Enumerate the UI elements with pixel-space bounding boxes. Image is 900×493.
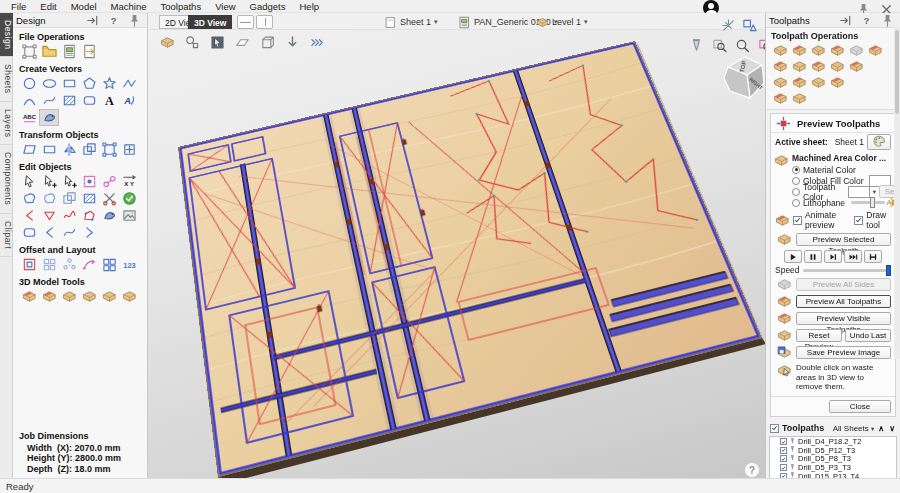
trim-vectors-icon[interactable] [39,190,59,207]
node-add-cursor-icon[interactable] [39,173,59,190]
set-dimensions-xy-icon[interactable]: X Y [119,173,139,190]
zoom-drag-icon[interactable] [733,37,752,54]
inlay-toolpath-icon[interactable] [866,43,885,58]
import-vectors-icon[interactable] [59,43,79,60]
laser-picture-toolpath-icon[interactable] [771,91,790,106]
bounding-cube-icon[interactable] [258,34,277,51]
save-preview-image-button[interactable]: Save Preview Image [796,346,891,359]
vector-paint-icon[interactable] [99,207,119,224]
text-on-curve-icon[interactable]: A [119,92,139,109]
side-tab-design[interactable]: Design [0,13,13,57]
fit-freehand-icon[interactable] [59,207,79,224]
panel-scrollbar[interactable] [894,27,900,359]
move-toolpath-down-button[interactable]: ∨ [888,424,896,433]
extrude-model-icon[interactable] [79,288,99,305]
job-setup-icon[interactable] [19,43,39,60]
edit-curves-icon[interactable] [59,224,79,241]
zoom-selected-icon[interactable] [756,37,765,54]
menu-view[interactable]: View [208,1,242,12]
drill-axis-icon[interactable] [283,34,302,51]
cut-vectors-icon[interactable] [99,190,119,207]
validate-vectors-icon[interactable] [119,190,139,207]
laser-cut-toolpath-icon[interactable] [828,75,847,90]
drawing-plane-icon[interactable] [233,34,252,51]
move-selection-icon[interactable] [19,141,39,158]
pocket-toolpath-icon[interactable] [790,43,809,58]
step-preview-button[interactable] [824,250,842,263]
moulding-toolpath-icon[interactable] [828,59,847,74]
side-tab-layers[interactable]: Layers [0,102,13,146]
fit-triangle-icon[interactable] [39,207,59,224]
preview-selected-toolpath-button[interactable]: Preview Selected Toolpath [796,233,891,246]
preview-all-toolpaths-button[interactable]: Preview All Toolpaths [796,295,891,308]
pause-preview-button[interactable] [804,250,822,263]
distort-selection-icon[interactable] [99,141,119,158]
dock-panel-icon[interactable] [835,12,855,29]
merge-toolpaths-icon[interactable] [790,91,809,106]
undo-last-button[interactable]: Undo Last [845,329,891,342]
help-icon[interactable]: ? [856,12,876,29]
node-move-cursor-icon[interactable] [59,173,79,190]
radio-material-color[interactable]: Material Color [792,164,900,175]
sheet-color-palette-button[interactable] [867,134,891,150]
prism-carve-toolpath-icon[interactable] [809,59,828,74]
edit-arcs-icon[interactable] [39,224,59,241]
toolpath-visibility-icon[interactable] [308,34,327,51]
menu-help[interactable]: Help [293,1,327,12]
boundary-vectors-icon[interactable] [79,92,99,109]
vcarve-toolpath-icon[interactable] [771,59,790,74]
menu-toolpaths[interactable]: Toolpaths [153,1,208,12]
draw-curve-icon[interactable] [39,92,59,109]
preview-all-sides-button[interactable]: Preview All Sides [796,278,891,291]
open-file-icon[interactable] [39,43,59,60]
sheet-selector[interactable]: Sheet 1▾ [384,15,438,29]
add-model-icon[interactable] [119,288,139,305]
set-size-icon[interactable] [39,141,59,158]
sweep-model-icon[interactable] [59,288,79,305]
draw-polyline-icon[interactable] [119,75,139,92]
create-text-icon[interactable]: A [99,92,119,109]
split-horizontal-button[interactable] [237,15,254,29]
toolpath-checkbox[interactable] [780,464,787,471]
toolpath-checkbox[interactable] [780,438,787,445]
side-tab-sheets[interactable]: Sheets [0,57,13,101]
slice-model-icon[interactable] [99,288,119,305]
speed-slider[interactable] [803,269,891,272]
select-cursor-icon[interactable] [19,173,39,190]
copy-along-vector-icon[interactable] [79,256,99,273]
create-component-icon[interactable] [39,288,59,305]
align-selection-icon[interactable] [119,141,139,158]
radio-toolpath-color[interactable]: Toolpath Color▾Set All [792,186,900,197]
measure-icon[interactable] [99,173,119,190]
menu-gadgets[interactable]: Gadgets [243,1,293,12]
edit-text-icon[interactable]: ABC [19,109,39,126]
draw-ellipse-icon[interactable] [39,75,59,92]
view-orientation-cube[interactable]: TOP RIGHT [718,53,765,105]
toolpaths-master-checkbox[interactable] [770,424,779,433]
rough-3d-toolpath-icon[interactable] [790,75,809,90]
drilling-toolpath-icon[interactable] [809,43,828,58]
move-toolpath-up-button[interactable]: ∧ [877,424,885,433]
guide-shapes-icon[interactable] [740,17,759,34]
sheets-filter-dropdown[interactable]: All Sheets ▾ [833,424,875,433]
subtract-vectors-icon[interactable] [59,190,79,207]
menu-machine[interactable]: Machine [104,1,154,12]
vector-boolean-icon[interactable] [79,207,99,224]
cursor-on-object-icon[interactable] [208,34,227,51]
side-tab-components[interactable]: Components [0,145,13,213]
draw-arc-icon[interactable] [19,92,39,109]
quick-engrave-toolpath-icon[interactable] [828,43,847,58]
run-to-end-preview-button[interactable] [864,250,882,263]
pin-icon[interactable] [877,12,897,29]
weld-vectors-icon[interactable] [19,190,39,207]
node-edit-icon[interactable] [79,173,99,190]
clipart-bird-icon[interactable] [39,109,59,126]
preview-visible-toolpaths-button[interactable]: Preview Visible Toolpaths [796,312,891,325]
profile-toolpath-icon[interactable] [771,43,790,58]
edit-picture-icon[interactable] [119,207,139,224]
menu-edit[interactable]: Edit [33,1,63,12]
fill-hatch-icon[interactable] [79,190,99,207]
play-preview-button[interactable] [784,250,802,263]
node-shape-icon[interactable] [183,34,202,51]
rotate-selection-icon[interactable] [59,141,79,158]
